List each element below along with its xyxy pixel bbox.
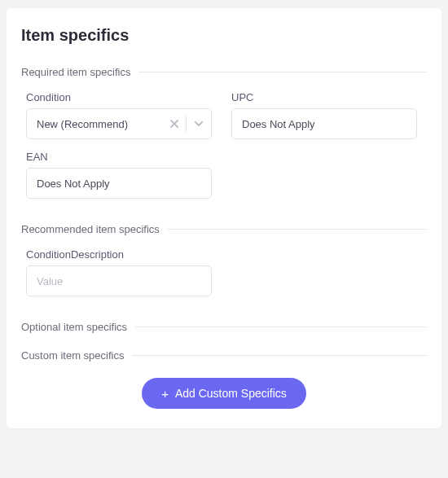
divider [168, 229, 427, 230]
section-optional-header: Optional item specifics [21, 321, 427, 333]
field-upc: UPC [226, 91, 417, 139]
section-recommended-label: Recommended item specifics [21, 223, 160, 235]
plus-icon: + [161, 388, 169, 400]
field-condition-label: Condition [26, 91, 212, 103]
section-custom-label: Custom item specifics [21, 349, 124, 362]
select-controls [163, 115, 211, 133]
section-custom-header: Custom item specifics [21, 349, 427, 362]
required-fields: Condition New (Recommend) UPC EAN [21, 91, 427, 199]
divider [135, 327, 427, 327]
x-icon[interactable] [163, 118, 186, 129]
field-condition-description: ConditionDescription [21, 248, 212, 296]
upc-input[interactable] [231, 108, 417, 139]
divider [138, 72, 427, 72]
condition-value: New (Recommend) [37, 118, 163, 130]
field-condition: Condition New (Recommend) [21, 91, 212, 139]
field-condition-description-label: ConditionDescription [26, 248, 212, 261]
field-ean: EAN [21, 151, 212, 199]
condition-description-input[interactable] [26, 265, 212, 296]
ean-input[interactable] [26, 168, 212, 199]
field-ean-label: EAN [26, 151, 212, 163]
section-optional-label: Optional item specifics [21, 321, 127, 333]
add-custom-specifics-button[interactable]: + Add Custom Specifics [142, 378, 306, 409]
recommended-fields: ConditionDescription [21, 248, 427, 296]
card-title: Item specifics [21, 26, 427, 45]
add-custom-specifics-label: Add Custom Specifics [175, 387, 287, 400]
item-specifics-card: Item specifics Required item specifics C… [7, 8, 441, 428]
section-required-label: Required item specifics [21, 66, 130, 78]
field-upc-label: UPC [231, 91, 417, 103]
custom-button-row: + Add Custom Specifics [21, 378, 427, 409]
condition-select[interactable]: New (Recommend) [26, 108, 212, 139]
chevron-down-icon[interactable] [187, 119, 211, 129]
divider [132, 355, 427, 356]
section-recommended-header: Recommended item specifics [21, 223, 427, 235]
section-required-header: Required item specifics [21, 66, 427, 78]
